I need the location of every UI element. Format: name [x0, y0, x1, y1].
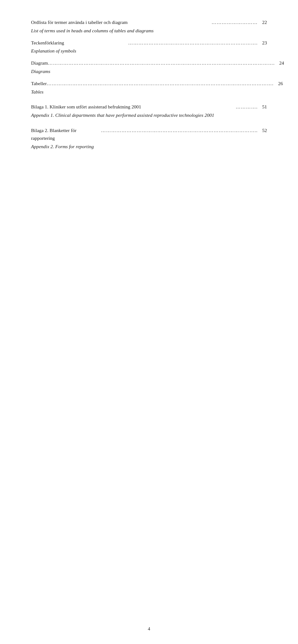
- toc-page-2: 23: [258, 39, 267, 47]
- toc-page-1: 22: [258, 19, 267, 26]
- toc-dots-6: ………………………………………………………………………………..: [101, 127, 258, 135]
- toc-swedish-6: Bilaga 2. Blanketter för rapportering: [31, 127, 101, 142]
- toc-english-3: Diagrams: [31, 68, 267, 75]
- toc-entry-6: Bilaga 2. Blanketter för rapportering ………: [31, 127, 267, 150]
- toc-english-1: List of terms used in heads and columns …: [31, 27, 267, 35]
- toc-swedish-1: Ordlista för termer använda i tabeller o…: [31, 19, 212, 26]
- toc-swedish-5: Bilaga 1. Kliniker som utfört assisterad…: [31, 103, 236, 111]
- page-container: Ordlista för termer använda i tabeller o…: [0, 0, 298, 644]
- toc-entry-3: Diagram ………………………………………………………………………………………: [31, 59, 267, 75]
- toc-dots-3: ……………………………………………………………………………………………………………: [48, 59, 275, 67]
- toc-english-4: Tables: [31, 88, 267, 96]
- toc-english-5: Appendix 1. Clinical departments that ha…: [31, 112, 267, 119]
- toc-swedish-4: Tabeller: [31, 80, 47, 88]
- toc-english-2: Explanation of symbols: [31, 47, 267, 55]
- toc-swedish-2: Teckenförklaring: [31, 39, 128, 47]
- page-number: 4: [148, 626, 150, 632]
- toc-swedish-3: Diagram: [31, 59, 48, 67]
- toc-entry-4: Tabeller ……………………………………………………………………………………: [31, 80, 267, 96]
- toc-page-5: 51: [258, 103, 267, 111]
- toc-english-6: Appendix 2. Forms for reporting: [31, 143, 267, 151]
- toc-dots-2: ………………………………………………………………….: [128, 39, 258, 47]
- toc-dots-1: ………………………: [212, 19, 258, 26]
- toc-entry-2: Teckenförklaring ………………………………………………………………: [31, 39, 267, 55]
- toc-dots-5: ………….: [236, 103, 258, 111]
- toc-dots-4: ……………………………………………………………………………………………………………: [47, 80, 274, 88]
- toc-entry-1: Ordlista för termer använda i tabeller o…: [31, 19, 267, 35]
- toc-page-4: 26: [273, 80, 283, 88]
- toc-page-6: 52: [258, 127, 267, 135]
- toc-entry-5: Bilaga 1. Kliniker som utfört assisterad…: [31, 103, 267, 119]
- toc-page-3: 24: [275, 59, 284, 67]
